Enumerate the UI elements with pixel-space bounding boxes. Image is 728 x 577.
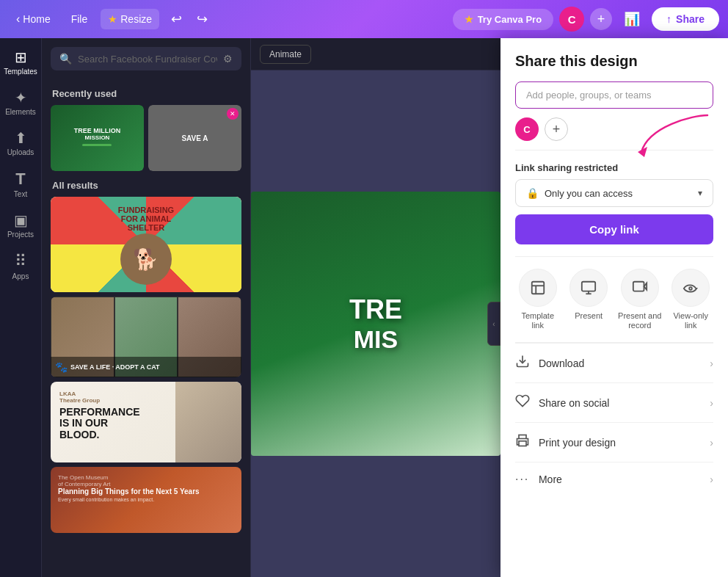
perf-sculpture xyxy=(175,382,241,462)
template-cats[interactable]: 🐾 SAVE A LIFE · ADOPT A CAT xyxy=(51,297,241,377)
lock-icon: 🔒 xyxy=(526,187,539,199)
option-template-link[interactable]: Template link xyxy=(515,269,561,330)
fundraiser-text: FUNDRAISINGFOR ANIMALSHELTER xyxy=(51,206,241,232)
share-icon: ↑ xyxy=(666,13,671,25)
svg-rect-7 xyxy=(633,282,644,291)
action-share-social[interactable]: Share on social › xyxy=(515,382,713,422)
sidebar-item-projects[interactable]: ▣ Projects xyxy=(0,207,41,244)
add-person-button[interactable]: + xyxy=(545,117,568,141)
svg-rect-10 xyxy=(519,441,526,446)
planning-org: The Open Museumof Contemporary Art xyxy=(58,474,111,487)
sidebar-label-projects: Projects xyxy=(7,231,34,239)
action-more[interactable]: ··· More › xyxy=(515,462,713,496)
sidebar-label-apps: Apps xyxy=(12,272,29,280)
present-icon xyxy=(569,269,608,307)
link-access-dropdown[interactable]: 🔒 Only you can access ▾ xyxy=(515,179,713,207)
download-icon xyxy=(515,354,531,372)
view-only-label: View-only link xyxy=(668,311,713,330)
search-container: 🔍 ⚙ xyxy=(51,47,241,70)
recently-used-label: Recently used xyxy=(51,88,241,99)
svg-rect-1 xyxy=(531,282,544,294)
panel-content: Recently used TREE MILLION MISSION SAVE … xyxy=(42,79,250,577)
home-label: Home xyxy=(23,13,50,25)
template-planning[interactable]: The Open Museumof Contemporary Art Plann… xyxy=(51,467,241,533)
fundraiser-dogs: 🐕 xyxy=(120,233,172,285)
link-sharing-label: Link sharing restricted xyxy=(515,162,713,173)
share-panel: Share this design C + Link sharing restr… xyxy=(500,38,728,577)
sidebar-item-templates[interactable]: ⊞ Templates xyxy=(0,44,41,81)
analytics-button[interactable]: 📊 xyxy=(618,7,646,32)
current-user-avatar[interactable]: C xyxy=(515,117,539,141)
search-input[interactable] xyxy=(78,54,217,65)
crown-icon: ★ xyxy=(108,13,117,25)
text-icon: T xyxy=(15,171,25,187)
print-label: Print your design xyxy=(539,437,702,449)
share-label: Share xyxy=(676,13,705,25)
sidebar-label-uploads: Uploads xyxy=(7,148,34,156)
action-print[interactable]: Print your design › xyxy=(515,422,713,462)
search-icon: 🔍 xyxy=(59,53,72,65)
template-fundraiser[interactable]: FUNDRAISINGFOR ANIMALSHELTER 🐕 xyxy=(51,197,241,292)
sidebar-item-elements[interactable]: ✦ Elements xyxy=(0,84,41,122)
animate-button[interactable]: Animate xyxy=(260,45,311,64)
user-avatar[interactable]: C xyxy=(559,7,584,32)
template-bw[interactable]: SAVE A ✕ xyxy=(148,105,241,171)
planning-title: Planning Big Things for the Next 5 Years xyxy=(58,487,234,496)
try-canva-button[interactable]: ★ Try Canva Pro xyxy=(453,9,553,30)
redo-button[interactable]: ↪ xyxy=(191,7,214,32)
sidebar-item-uploads[interactable]: ⬆ Uploads xyxy=(0,125,41,162)
design-content: TRE MIS xyxy=(349,294,402,354)
share-people-input[interactable] xyxy=(515,81,713,109)
svg-rect-4 xyxy=(582,282,595,291)
home-button[interactable]: ‹ Home xyxy=(9,8,58,30)
option-view-only[interactable]: View-only link xyxy=(668,269,713,330)
main-layout: ⊞ Templates ✦ Elements ⬆ Uploads T Text … xyxy=(0,38,728,577)
resize-button[interactable]: ★ Resize xyxy=(101,9,159,29)
canvas-area: Animate TRE MIS ‹ xyxy=(251,38,500,577)
canvas-viewport[interactable]: TRE MIS ‹ xyxy=(251,70,500,577)
sidebar-item-apps[interactable]: ⠿ Apps xyxy=(0,247,41,286)
access-level-text: Only you can access xyxy=(545,188,692,199)
back-arrow-icon: ‹ xyxy=(16,12,20,26)
avatar-letter: C xyxy=(568,13,576,26)
panel-collapse-button[interactable]: ‹ xyxy=(487,302,500,346)
undo-button[interactable]: ↩ xyxy=(165,7,188,32)
undo-redo-group: ↩ ↪ xyxy=(165,7,214,32)
sidebar-item-text[interactable]: T Text xyxy=(0,165,41,204)
template-link-label: Template link xyxy=(515,311,561,330)
share-button[interactable]: ↑ Share xyxy=(652,7,719,31)
all-results-grid: FUNDRAISINGFOR ANIMALSHELTER 🐕 🐾 SAVE xyxy=(51,197,241,533)
svg-rect-11 xyxy=(519,435,526,439)
share-actions: Download › Share on social › xyxy=(500,343,728,502)
print-chevron-icon: › xyxy=(710,437,713,449)
canvas-design: TRE MIS xyxy=(251,192,500,456)
copy-link-button[interactable]: Copy link xyxy=(515,214,713,244)
more-chevron-icon: › xyxy=(710,473,713,485)
search-section: 🔍 ⚙ xyxy=(42,38,250,79)
sidebar-label-text: Text xyxy=(14,190,27,198)
option-present-record[interactable]: Present and record xyxy=(617,269,663,330)
avatar-initial: C xyxy=(523,124,530,135)
canvas-toolbar: Animate xyxy=(251,38,500,70)
more-icon: ··· xyxy=(515,473,531,486)
cats-label: SAVE A LIFE · ADOPT A CAT xyxy=(70,363,160,371)
cats-overlay: 🐾 SAVE A LIFE · ADOPT A CAT xyxy=(51,357,241,377)
share-social-label: Share on social xyxy=(539,397,702,409)
filter-icon[interactable]: ⚙ xyxy=(223,53,233,65)
download-chevron-icon: › xyxy=(710,358,713,369)
template-tree-million[interactable]: TREE MILLION MISSION xyxy=(51,105,144,171)
share-avatar-row: C + xyxy=(515,117,713,141)
action-download[interactable]: Download › xyxy=(515,343,713,382)
more-label: More xyxy=(539,473,702,485)
recently-used-grid: TREE MILLION MISSION SAVE A ✕ xyxy=(51,105,241,171)
download-label: Download xyxy=(539,358,702,369)
add-collaborator-button[interactable]: + xyxy=(590,8,612,30)
fundraiser-preview: FUNDRAISINGFOR ANIMALSHELTER 🐕 xyxy=(51,197,241,292)
animate-label: Animate xyxy=(269,49,302,59)
file-menu[interactable]: File xyxy=(64,9,95,29)
sidebar-label-templates: Templates xyxy=(4,68,37,76)
option-present[interactable]: Present xyxy=(566,269,611,330)
view-only-icon xyxy=(671,269,710,307)
template-performance[interactable]: LKAATheatre Group PERFORMANCEIS IN OURBL… xyxy=(51,382,241,462)
options-grid: Template link Present xyxy=(515,269,713,330)
